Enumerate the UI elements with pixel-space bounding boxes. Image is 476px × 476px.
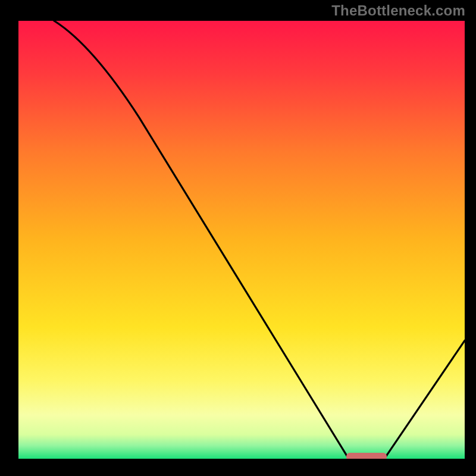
bottleneck-chart bbox=[0, 0, 476, 476]
gradient-panel bbox=[18, 21, 465, 459]
chart-stage: TheBottleneck.com bbox=[0, 0, 476, 476]
optimal-range-marker bbox=[346, 453, 387, 461]
